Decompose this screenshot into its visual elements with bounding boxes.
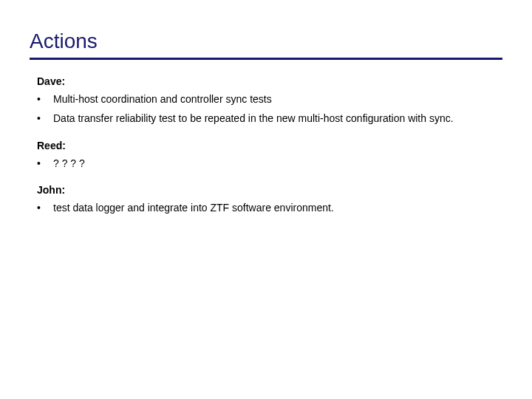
list-item: • test data logger and integrate into ZT… bbox=[37, 201, 495, 214]
bullet-icon: • bbox=[37, 92, 53, 106]
bullet-icon: • bbox=[37, 112, 53, 125]
bullet-icon: • bbox=[37, 201, 53, 214]
section-heading: Dave: bbox=[37, 75, 495, 88]
bullet-icon: • bbox=[37, 157, 53, 170]
bullet-list: • Multi-host coordination and controller… bbox=[37, 92, 495, 125]
list-item: • Data transfer reliability test to be r… bbox=[37, 112, 495, 125]
list-item-text: Data transfer reliability test to be rep… bbox=[53, 112, 495, 125]
list-item-text: ? ? ? ? bbox=[53, 157, 495, 170]
bullet-list: • ? ? ? ? bbox=[37, 157, 495, 170]
slide-title: Actions bbox=[30, 30, 502, 53]
list-item-text: Multi-host coordination and controller s… bbox=[53, 92, 495, 106]
section-heading: Reed: bbox=[37, 139, 495, 152]
list-item-text: test data logger and integrate into ZTF … bbox=[53, 201, 495, 214]
section-heading: John: bbox=[37, 183, 495, 197]
list-item: • Multi-host coordination and controller… bbox=[37, 92, 495, 106]
list-item: • ? ? ? ? bbox=[37, 157, 495, 170]
bullet-list: • test data logger and integrate into ZT… bbox=[37, 201, 495, 214]
slide: Actions Dave: • Multi-host coordination … bbox=[0, 0, 532, 399]
slide-content: Dave: • Multi-host coordination and cont… bbox=[30, 75, 502, 214]
title-rule bbox=[30, 58, 502, 60]
